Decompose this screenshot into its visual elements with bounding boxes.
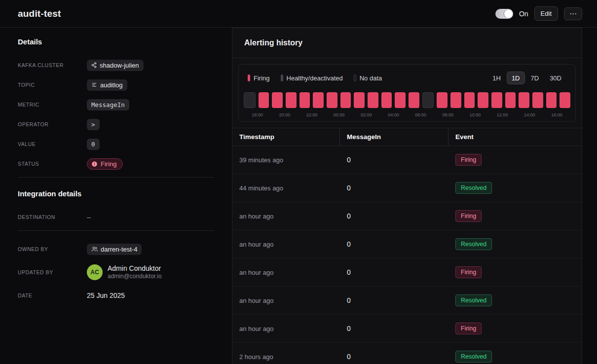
- topic-chip[interactable]: auditlog: [87, 79, 127, 91]
- table-row: 39 minutes ago 0 Firing: [232, 146, 582, 174]
- event-badge: Firing: [455, 154, 482, 166]
- heatmap-bar[interactable]: [272, 92, 283, 108]
- value-cell: 0: [340, 146, 448, 174]
- field-operator: OPERATOR >: [18, 118, 214, 131]
- value-cell: 0: [340, 202, 448, 230]
- field-label-updated-by: UPDATED BY: [18, 269, 87, 275]
- heatmap-bar[interactable]: [327, 92, 337, 108]
- heatmap-bar[interactable]: [450, 92, 461, 108]
- divider: [18, 177, 214, 178]
- more-button[interactable]: ⋯: [564, 7, 582, 20]
- timestamp-cell: an hour ago: [232, 258, 340, 286]
- table-row: 44 minutes ago 0 Resolved: [232, 174, 582, 202]
- heatmap-bar[interactable]: [422, 92, 434, 108]
- alert-chart: Firing Healthy/deactivated No data 1H1D7…: [238, 64, 576, 122]
- value-cell: 0: [340, 230, 448, 258]
- field-metric: METRIC MessageIn: [18, 98, 214, 111]
- heatmap-bar[interactable]: [340, 92, 351, 108]
- heatmap-bar[interactable]: [286, 92, 297, 108]
- field-label-value: VALUE: [18, 141, 87, 147]
- heatmap-bar[interactable]: [244, 92, 256, 108]
- topic-icon: [91, 82, 97, 88]
- column-header-event: Event: [448, 128, 582, 146]
- heatmap-bar[interactable]: [560, 92, 570, 108]
- legend-label: No data: [360, 74, 382, 82]
- field-updated-by: UPDATED BY AC Admin Conduktor admin@cond…: [18, 262, 214, 282]
- cluster-chip[interactable]: shadow-julien: [87, 60, 144, 71]
- field-kafka-cluster: KAFKA CLUSTER shadow-julien: [18, 59, 214, 72]
- event-cell: Resolved: [448, 287, 582, 314]
- heatmap-bar[interactable]: [519, 92, 529, 108]
- alert-table: Timestamp MessageIn Event 39 minutes ago…: [232, 128, 582, 364]
- topbar-actions: On Edit ⋯: [495, 6, 582, 21]
- axis-label: 06:00: [407, 112, 434, 117]
- updated-by-name: Admin Conduktor: [108, 264, 162, 273]
- metric-chip: MessageIn: [87, 99, 129, 110]
- field-label-owned-by: OWNED BY: [18, 246, 87, 252]
- range-button[interactable]: 1H: [487, 72, 506, 84]
- value-cell: 0: [340, 315, 448, 342]
- enabled-toggle[interactable]: [495, 9, 513, 19]
- legend-item: Healthy/deactivated: [281, 74, 343, 82]
- card-header: Alerting history: [232, 28, 582, 58]
- event-cell: Resolved: [448, 343, 582, 364]
- updated-by-user: AC Admin Conduktor admin@conduktor.io: [87, 264, 162, 280]
- axis-label: 08:00: [434, 112, 461, 117]
- range-button[interactable]: 7D: [526, 72, 544, 84]
- details-heading: Details: [18, 37, 214, 46]
- legend-swatch: [281, 74, 283, 81]
- field-date: DATE 25 Jun 2025: [18, 289, 214, 302]
- field-label-destination: DESTINATION: [18, 214, 87, 220]
- value-cell: 0: [340, 258, 448, 286]
- event-badge: Resolved: [455, 238, 492, 250]
- event-badge: Resolved: [455, 294, 492, 306]
- users-icon: [91, 246, 98, 252]
- range-button[interactable]: 1D: [507, 72, 525, 84]
- toggle-state-label: On: [519, 10, 528, 18]
- field-label-operator: OPERATOR: [18, 121, 87, 127]
- timestamp-cell: an hour ago: [232, 230, 340, 258]
- range-button[interactable]: 30D: [545, 72, 566, 84]
- heatmap-bar[interactable]: [532, 92, 543, 108]
- legend-swatch: [354, 74, 356, 81]
- edit-button[interactable]: Edit: [534, 6, 558, 21]
- event-cell: Resolved: [448, 174, 582, 202]
- table-row: an hour ago 0 Firing: [232, 202, 582, 230]
- heatmap-bar[interactable]: [395, 92, 406, 108]
- heatmap-bar[interactable]: [505, 92, 516, 108]
- field-destination: DESTINATION –: [18, 211, 214, 223]
- axis-label: 00:00: [326, 112, 353, 117]
- column-header-messagein: MessageIn: [340, 128, 448, 146]
- legend-label: Healthy/deactivated: [287, 74, 343, 82]
- heatmap-bar[interactable]: [368, 92, 378, 108]
- operator-chip: >: [87, 119, 100, 130]
- toggle-knob: [504, 10, 512, 18]
- axis-label: 14:00: [516, 112, 543, 117]
- time-axis: 18:0020:0022:0000:0002:0004:0006:0008:00…: [244, 112, 570, 117]
- axis-label: 10:00: [461, 112, 488, 117]
- heatmap-bar[interactable]: [259, 92, 269, 108]
- axis-label: 18:00: [244, 112, 271, 117]
- heatmap-bar[interactable]: [299, 92, 310, 108]
- heatmap-bar[interactable]: [478, 92, 488, 108]
- status-badge: Firing: [87, 158, 123, 170]
- legend: Firing Healthy/deactivated No data: [248, 74, 382, 82]
- heatmap-bar[interactable]: [381, 92, 392, 108]
- field-value: VALUE 0: [18, 138, 214, 150]
- event-cell: Resolved: [448, 230, 582, 258]
- event-cell: Firing: [448, 146, 582, 174]
- heatmap-bar[interactable]: [491, 92, 502, 108]
- heatmap-bar[interactable]: [409, 92, 419, 108]
- field-label-date: DATE: [18, 292, 87, 298]
- timestamp-cell: an hour ago: [232, 315, 340, 342]
- heatmap-bar[interactable]: [437, 92, 448, 108]
- topic-name: auditlog: [100, 81, 123, 89]
- table-row: an hour ago 0 Firing: [232, 258, 582, 287]
- owned-by-chip[interactable]: darren-test-4: [87, 244, 142, 255]
- timestamp-cell: an hour ago: [232, 202, 340, 230]
- heatmap-bar[interactable]: [546, 92, 557, 108]
- heatmap-bar[interactable]: [313, 92, 324, 108]
- heatmap-bar[interactable]: [464, 92, 475, 108]
- heatmap-bar[interactable]: [354, 92, 365, 108]
- field-label-status: STATUS: [18, 161, 87, 167]
